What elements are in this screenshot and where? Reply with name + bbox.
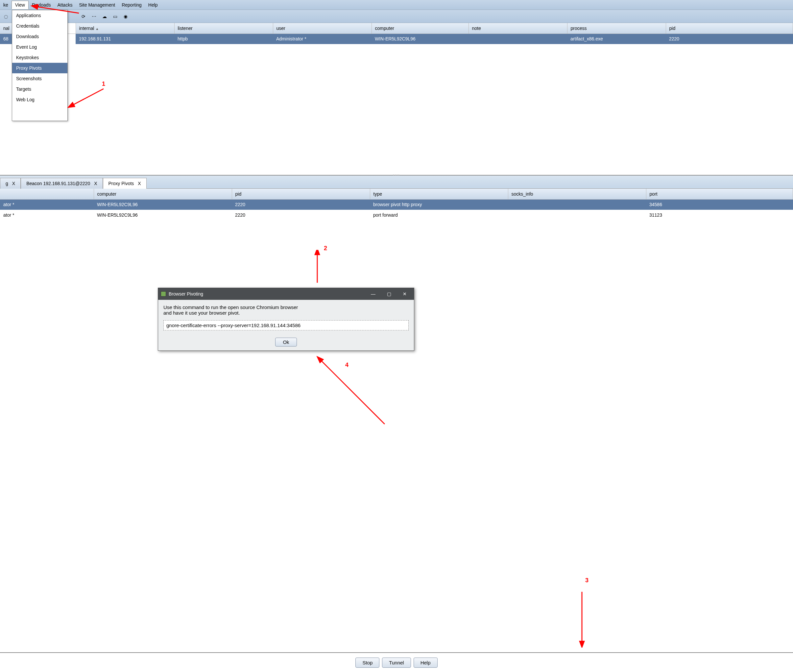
col-user[interactable]: user bbox=[273, 23, 371, 34]
pivot-row-0[interactable]: ator * WIN-ER5L92C9L96 2220 browser pivo… bbox=[0, 199, 793, 210]
dialog-text-2: and have it use your browser pivot. bbox=[163, 310, 409, 315]
dropdown-keystrokes[interactable]: Keystrokes bbox=[12, 52, 67, 63]
help-button[interactable]: Help bbox=[414, 658, 438, 668]
dropdown-downloads[interactable]: Downloads bbox=[12, 31, 67, 42]
menu-item-help[interactable]: Help bbox=[145, 1, 161, 9]
toolbar-connect-icon[interactable]: ◌ bbox=[1, 13, 11, 21]
tab-beacon[interactable]: Beacon 192.168.91.131@2220 X bbox=[21, 178, 102, 189]
col-note[interactable]: note bbox=[468, 23, 567, 34]
browser-pivoting-dialog: Browser Pivoting — ▢ ✕ Use this command … bbox=[158, 288, 414, 351]
bottom-tabs: g X Beacon 192.168.91.131@2220 X Proxy P… bbox=[0, 176, 793, 189]
col-process[interactable]: process bbox=[567, 23, 666, 34]
toolbar-camera-icon[interactable]: ◉ bbox=[121, 13, 130, 21]
ok-button[interactable]: Ok bbox=[275, 338, 297, 347]
sessions-table: nal internal▲ listener user computer not… bbox=[0, 23, 793, 44]
dialog-app-icon bbox=[161, 291, 166, 296]
tab-0-close-icon[interactable]: X bbox=[12, 181, 15, 186]
session-row[interactable]: 68 192.168.91.131 httpb Administrator * … bbox=[0, 34, 793, 44]
annotation-4: 4 bbox=[345, 362, 349, 368]
dialog-titlebar[interactable]: Browser Pivoting — ▢ ✕ bbox=[158, 288, 414, 300]
pcol-port[interactable]: port bbox=[646, 189, 793, 199]
tab-beacon-label: Beacon 192.168.91.131@2220 bbox=[26, 181, 90, 186]
annotation-3: 3 bbox=[585, 577, 588, 584]
dialog-text-1: Use this command to run the open source … bbox=[163, 304, 409, 310]
view-dropdown: Applications Credentials Downloads Event… bbox=[12, 10, 68, 121]
tab-0[interactable]: g X bbox=[0, 178, 21, 189]
col-internal[interactable]: internal▲ bbox=[76, 23, 174, 34]
maximize-icon[interactable]: ▢ bbox=[382, 289, 395, 299]
tab-proxy-pivots-close-icon[interactable]: X bbox=[138, 181, 141, 186]
pcol-user[interactable] bbox=[0, 189, 94, 199]
tab-0-label: g bbox=[6, 181, 8, 186]
pcol-pid[interactable]: pid bbox=[232, 189, 370, 199]
dropdown-targets[interactable]: Targets bbox=[12, 84, 67, 94]
tab-proxy-pivots-label: Proxy Pivots bbox=[109, 181, 134, 186]
toolbar-cloud-icon[interactable]: ☁ bbox=[100, 13, 109, 21]
tab-proxy-pivots[interactable]: Proxy Pivots X bbox=[103, 178, 147, 189]
sort-asc-icon: ▲ bbox=[95, 27, 99, 30]
pivots-header-row: computer pid type socks_info port bbox=[0, 189, 793, 199]
annotation-arrow-2 bbox=[311, 250, 324, 286]
dialog-title: Browser Pivoting bbox=[169, 291, 203, 296]
dropdown-credentials[interactable]: Credentials bbox=[12, 21, 67, 31]
close-icon[interactable]: ✕ bbox=[398, 289, 411, 299]
col-pid[interactable]: pid bbox=[666, 23, 793, 34]
col-listener[interactable]: listener bbox=[174, 23, 273, 34]
annotation-arrow-4 bbox=[316, 355, 391, 431]
dropdown-screenshots[interactable]: Screenshots bbox=[12, 73, 67, 84]
splitter-handle[interactable]: •••• bbox=[387, 173, 406, 175]
dropdown-applications[interactable]: Applications bbox=[12, 10, 67, 21]
menu-bar: ke View Payloads Attacks Site Management… bbox=[0, 0, 793, 10]
tab-beacon-close-icon[interactable]: X bbox=[94, 181, 97, 186]
stop-button[interactable]: Stop bbox=[355, 658, 379, 668]
minimize-icon[interactable]: — bbox=[366, 289, 380, 299]
pcol-socks[interactable]: socks_info bbox=[508, 189, 646, 199]
sessions-header-row: nal internal▲ listener user computer not… bbox=[0, 23, 793, 34]
svg-line-4 bbox=[321, 360, 385, 424]
col-external[interactable]: nal bbox=[0, 23, 13, 34]
menu-item-site-management[interactable]: Site Management bbox=[76, 1, 118, 9]
tunnel-button[interactable]: Tunnel bbox=[382, 658, 411, 668]
dropdown-web-log[interactable]: Web Log bbox=[12, 94, 67, 105]
menu-item-payloads[interactable]: Payloads bbox=[29, 1, 54, 9]
toolbar: ◌ ⟳ ⋯ ☁ ▭ ◉ bbox=[0, 10, 793, 23]
pivot-row-1[interactable]: ator * WIN-ER5L92C9L96 2220 port forward… bbox=[0, 210, 793, 220]
dropdown-event-log[interactable]: Event Log bbox=[12, 42, 67, 52]
dropdown-proxy-pivots[interactable]: Proxy Pivots bbox=[12, 63, 67, 73]
menu-item-attacks[interactable]: Attacks bbox=[54, 1, 76, 9]
bottom-button-bar: Stop Tunnel Help bbox=[0, 652, 793, 672]
command-input[interactable] bbox=[163, 320, 409, 330]
sessions-blank-area: •••• bbox=[0, 44, 793, 176]
annotation-arrow-3 bbox=[576, 589, 588, 648]
menu-item-cut[interactable]: ke bbox=[0, 1, 11, 9]
pcol-computer[interactable]: computer bbox=[94, 189, 232, 199]
pcol-type[interactable]: type bbox=[370, 189, 508, 199]
toolbar-refresh-icon[interactable]: ⟳ bbox=[79, 13, 88, 21]
col-computer[interactable]: computer bbox=[371, 23, 468, 34]
toolbar-dots-icon[interactable]: ⋯ bbox=[90, 13, 99, 21]
menu-item-reporting[interactable]: Reporting bbox=[118, 1, 145, 9]
annotation-2: 2 bbox=[324, 245, 327, 252]
pivots-table: computer pid type socks_info port ator *… bbox=[0, 189, 793, 220]
menu-item-view[interactable]: View bbox=[11, 1, 29, 9]
toolbar-screen-icon[interactable]: ▭ bbox=[110, 13, 120, 21]
